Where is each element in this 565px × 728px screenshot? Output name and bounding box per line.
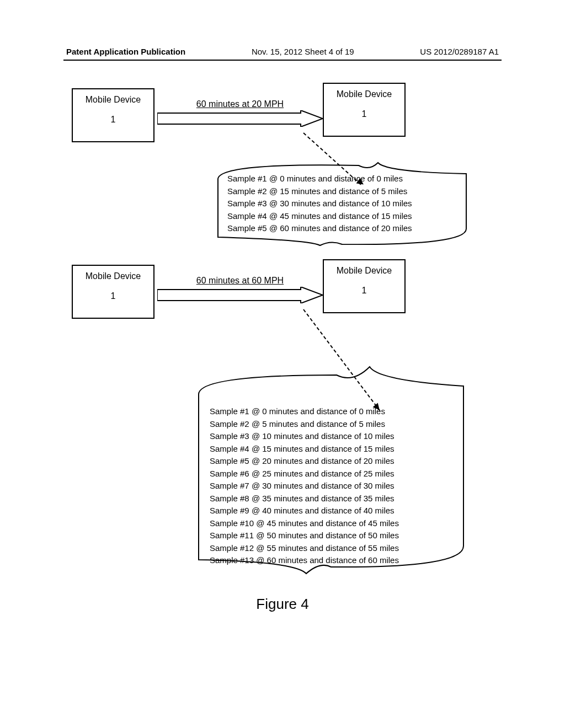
box-number: 1 [362,286,367,296]
box-label: Mobile Device [86,271,141,281]
box-number: 1 [111,115,116,125]
mobile-device-box-right-1: Mobile Device 1 [323,83,406,137]
mobile-device-box-left-2: Mobile Device 1 [72,265,154,319]
arrow-label: 60 minutes at 20 MPH [157,99,323,109]
sample-line: Sample #9 @ 40 minutes and distance of 4… [210,505,399,517]
sample-line: Sample #6 @ 25 minutes and distance of 2… [210,468,399,480]
page-header: Patent Application Publication Nov. 15, … [0,47,565,56]
sample-line: Sample #5 @ 60 minutes and distance of 2… [227,222,412,235]
box-label: Mobile Device [86,95,141,105]
arrow-icon [157,110,323,127]
arrow-icon [157,287,323,303]
box-label: Mobile Device [337,266,392,276]
header-divider [63,60,502,61]
sample-line: Sample #10 @ 45 minutes and distance of … [210,517,399,530]
sample-line: Sample #12 @ 55 minutes and distance of … [210,542,399,555]
sample-line: Sample #5 @ 20 minutes and distance of 2… [210,455,399,468]
header-left: Patent Application Publication [66,47,185,56]
sample-line: Sample #11 @ 50 minutes and distance of … [210,529,399,542]
sample-line: Sample #4 @ 45 minutes and distance of 1… [227,210,412,223]
header-center: Nov. 15, 2012 Sheet 4 of 19 [252,47,354,56]
arrow-1: 60 minutes at 20 MPH [157,99,323,132]
sample-line: Sample #7 @ 30 minutes and distance of 3… [210,480,399,493]
mobile-device-box-right-2: Mobile Device 1 [323,259,406,313]
sample-line: Sample #3 @ 30 minutes and distance of 1… [227,197,412,210]
box-number: 1 [362,109,367,119]
box-number: 1 [111,291,116,301]
box-label: Mobile Device [337,89,392,99]
sample-line: Sample #8 @ 35 minutes and distance of 3… [210,493,399,505]
mobile-device-box-left-1: Mobile Device 1 [72,88,154,142]
sample-line: Sample #2 @ 5 minutes and distance of 5 … [210,418,399,431]
sample-line: Sample #1 @ 0 minutes and distance of 0 … [210,405,399,418]
arrow-2: 60 minutes at 60 MPH [157,276,323,309]
sample-line: Sample #4 @ 15 minutes and distance of 1… [210,443,399,456]
sample-line: Sample #1 @ 0 minutes and distance of 0 … [227,173,412,185]
figure-label: Figure 4 [0,596,565,613]
diagram-content: Mobile Device 1 Mobile Device 1 60 minut… [72,88,493,116]
sample-line: Sample #2 @ 15 minutes and distance of 5… [227,185,412,198]
sample-list-2: Sample #1 @ 0 minutes and distance of 0 … [210,405,399,567]
sample-list-1: Sample #1 @ 0 minutes and distance of 0 … [227,173,412,235]
sample-line: Sample #13 @ 60 minutes and distance of … [210,554,399,567]
arrow-label: 60 minutes at 60 MPH [157,276,323,286]
sample-line: Sample #3 @ 10 minutes and distance of 1… [210,430,399,443]
header-right: US 2012/0289187 A1 [420,47,499,56]
